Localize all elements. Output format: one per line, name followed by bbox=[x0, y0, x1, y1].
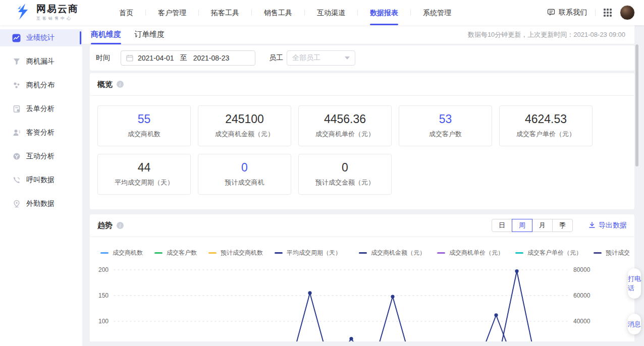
stat-label: 成交客户数 bbox=[429, 130, 462, 139]
sidebar-item-label: 呼叫数据 bbox=[26, 176, 55, 185]
stat-value: 4456.36 bbox=[324, 113, 366, 125]
svg-text:40000: 40000 bbox=[573, 318, 591, 325]
legend-item[interactable]: 成交商机单价（元） bbox=[437, 249, 504, 257]
messages-label: 消息 bbox=[628, 319, 641, 329]
legend-item[interactable]: 成交商机金额（元） bbox=[359, 249, 425, 257]
staff-select[interactable]: 全部员工 bbox=[287, 50, 355, 66]
sidebar-item-label: 业绩统计 bbox=[26, 33, 55, 42]
legend-swatch bbox=[515, 252, 523, 254]
stat-label: 预计成交商机 bbox=[225, 178, 264, 187]
main-content: 商机维度 订单维度 数据每10分钟更新，上次更新时间：2021-08-23 09… bbox=[82, 25, 644, 346]
legend-swatch bbox=[154, 252, 163, 254]
nav-separator bbox=[304, 10, 305, 16]
legend-item[interactable]: 预计成交金额（元） bbox=[594, 249, 629, 257]
date-end-value[interactable]: 2021-08-23 bbox=[193, 54, 230, 62]
line-chart-icon bbox=[12, 34, 21, 42]
nav-item-system[interactable]: 系统管理 bbox=[423, 0, 451, 25]
stat-label: 成交客户单价（元） bbox=[516, 130, 575, 139]
stat-value: 245100 bbox=[225, 113, 264, 125]
overview-title: 概览 bbox=[97, 80, 113, 89]
info-icon[interactable] bbox=[117, 81, 124, 88]
stat-value: 0 bbox=[342, 161, 348, 174]
chart-legend: 成交商机数 成交客户数 预计成交商机数 平均成交周期（天） 成交商机金额（元） … bbox=[100, 249, 629, 257]
phone-icon bbox=[12, 176, 21, 185]
stat-card-deal-customer-unit-price: 4624.53 成交客户单价（元） bbox=[499, 105, 593, 146]
stat-label: 平均成交周期（天） bbox=[115, 178, 174, 187]
tab-order-dimension[interactable]: 订单维度 bbox=[134, 25, 165, 44]
trend-title: 趋势 bbox=[97, 221, 113, 230]
location-pin-icon bbox=[12, 200, 21, 208]
stat-value: 4624.53 bbox=[525, 113, 567, 125]
app-grid-icon[interactable] bbox=[604, 9, 612, 17]
period-month-button[interactable]: 月 bbox=[532, 219, 553, 232]
svg-text:200: 200 bbox=[98, 266, 109, 273]
period-week-button[interactable]: 周 bbox=[512, 219, 532, 232]
sidebar-item-performance-stats[interactable]: 业绩统计 bbox=[0, 29, 82, 46]
nav-item-reports[interactable]: 数据报表 bbox=[370, 0, 398, 25]
cluster-icon bbox=[12, 81, 21, 90]
svg-text:150: 150 bbox=[98, 292, 109, 299]
stat-value: 44 bbox=[138, 161, 151, 174]
trend-card: 趋势 日 周 月 季 导出数据 bbox=[90, 214, 634, 346]
stat-card-expected-deal-opportunities: 0 预计成交商机 bbox=[198, 154, 291, 195]
user-avatar[interactable] bbox=[620, 5, 635, 20]
nav-separator bbox=[410, 10, 411, 16]
date-start-value[interactable]: 2021-04-01 bbox=[138, 54, 174, 62]
sidebar-item-call-data[interactable]: 呼叫数据 bbox=[0, 171, 82, 189]
sidebar-item-opportunity-funnel[interactable]: 商机漏斗 bbox=[0, 53, 82, 70]
main-nav: 首页 客户管理 拓客工具 销售工具 互动渠道 数据报表 系统管理 bbox=[119, 0, 451, 25]
vertical-scrollbar[interactable] bbox=[635, 44, 638, 166]
svg-text:100: 100 bbox=[98, 318, 109, 325]
legend-swatch bbox=[437, 252, 445, 254]
logo-mark-icon bbox=[14, 3, 32, 23]
nav-item-home[interactable]: 首页 bbox=[119, 0, 133, 25]
legend-item[interactable]: 成交客户数 bbox=[154, 249, 197, 257]
filter-bar: 时间 2021-04-01 至 2021-08-23 员工 全部员工 bbox=[90, 45, 634, 71]
make-call-label: 打电话 bbox=[628, 274, 641, 293]
sidebar-item-field-data[interactable]: 外勤数据 bbox=[0, 195, 82, 212]
document-icon bbox=[12, 105, 21, 113]
nav-separator bbox=[251, 10, 252, 16]
sidebar-item-label: 商机分布 bbox=[26, 81, 55, 90]
make-call-floating-button[interactable]: 打电话 bbox=[628, 268, 641, 299]
nav-item-channels[interactable]: 互动渠道 bbox=[317, 0, 345, 25]
funnel-icon bbox=[12, 57, 21, 66]
sidebar-item-interaction-analysis[interactable]: 互动分析 bbox=[0, 148, 82, 165]
nav-item-prospecting[interactable]: 拓客工具 bbox=[211, 0, 239, 25]
legend-item[interactable]: 成交客户单价（元） bbox=[515, 249, 582, 257]
logo-title: 网易云商 bbox=[36, 4, 79, 14]
legend-item[interactable]: 预计成交商机数 bbox=[208, 249, 263, 257]
stat-card-expected-deal-amount: 0 预计成交金额（元） bbox=[298, 154, 392, 195]
stat-label: 成交商机金额（元） bbox=[215, 130, 274, 139]
sidebar-item-label: 客资分析 bbox=[26, 128, 55, 137]
nav-item-sales-tools[interactable]: 销售工具 bbox=[264, 0, 292, 25]
logo-subtitle: 互客销售中心 bbox=[36, 16, 79, 21]
contact-us-button[interactable]: 联系我们 bbox=[547, 8, 587, 18]
sidebar-item-lead-analysis[interactable]: 客资分析 bbox=[0, 124, 82, 141]
info-icon[interactable] bbox=[117, 222, 124, 229]
sidebar-item-opportunity-distribution[interactable]: 商机分布 bbox=[0, 77, 82, 94]
svg-text:60000: 60000 bbox=[573, 292, 591, 299]
top-header: 网易云商 互客销售中心 首页 客户管理 拓客工具 销售工具 互动渠道 数据报表 … bbox=[0, 0, 644, 25]
stat-card-deal-customer-count: 53 成交客户数 bbox=[399, 105, 492, 146]
messages-floating-button[interactable]: 消息 bbox=[628, 314, 641, 334]
legend-item[interactable]: 平均成交周期（天） bbox=[275, 249, 341, 257]
export-data-button[interactable]: 导出数据 bbox=[588, 221, 627, 230]
interaction-icon bbox=[12, 152, 21, 161]
date-range-picker[interactable]: 2021-04-01 至 2021-08-23 bbox=[121, 50, 255, 66]
sidebar-item-label: 商机漏斗 bbox=[26, 57, 55, 66]
legend-item[interactable]: 成交商机数 bbox=[100, 249, 143, 257]
app-logo[interactable]: 网易云商 互客销售中心 bbox=[14, 3, 105, 23]
tab-opportunity-dimension[interactable]: 商机维度 bbox=[91, 25, 121, 44]
contact-us-label: 联系我们 bbox=[559, 8, 587, 17]
stat-card-deal-opportunity-amount: 245100 成交商机金额（元） bbox=[198, 105, 291, 146]
period-day-button[interactable]: 日 bbox=[492, 219, 512, 232]
viewport-clip-strip bbox=[82, 341, 644, 346]
person-icon bbox=[12, 129, 21, 137]
stat-label: 预计成交金额（元） bbox=[315, 178, 374, 187]
nav-item-customers[interactable]: 客户管理 bbox=[158, 0, 186, 25]
sidebar-item-lost-deal-analysis[interactable]: 丢单分析 bbox=[0, 100, 82, 118]
legend-swatch bbox=[275, 252, 283, 254]
period-quarter-button[interactable]: 季 bbox=[552, 219, 573, 232]
chat-bubble-icon bbox=[547, 8, 555, 18]
